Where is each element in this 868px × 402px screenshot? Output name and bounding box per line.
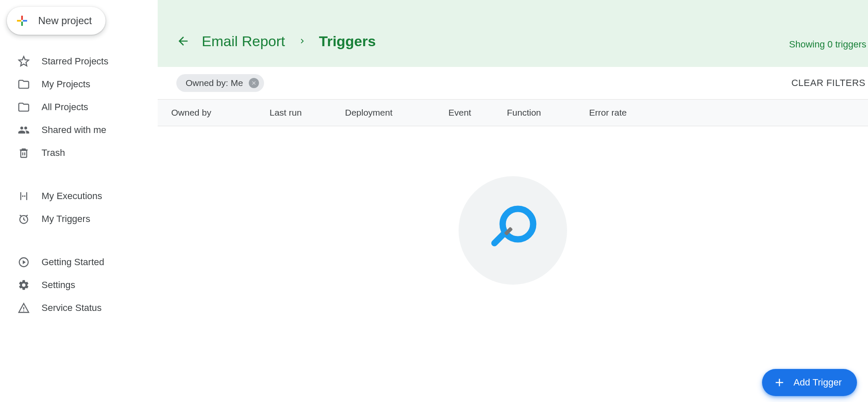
gear-icon <box>18 279 30 291</box>
sidebar-item-getting-started[interactable]: Getting Started <box>5 251 158 274</box>
sidebar-group-projects: Starred Projects My Projects All Project… <box>5 50 158 164</box>
star-icon <box>18 55 30 67</box>
column-last-run[interactable]: Last run <box>270 108 345 118</box>
folder-icon <box>18 101 30 113</box>
sidebar-item-executions[interactable]: My Executions <box>5 185 158 208</box>
sidebar-item-settings[interactable]: Settings <box>5 274 158 297</box>
sidebar-item-all-projects[interactable]: All Projects <box>5 96 158 119</box>
add-trigger-label: Add Trigger <box>793 377 842 388</box>
sidebar-item-label: Getting Started <box>42 257 104 268</box>
sidebar-item-label: All Projects <box>42 102 88 113</box>
sidebar-item-shared[interactable]: Shared with me <box>5 119 158 141</box>
google-plus-icon <box>14 13 30 28</box>
sidebar-item-label: Starred Projects <box>42 56 108 67</box>
svg-point-0 <box>22 195 24 197</box>
sidebar-item-service-status[interactable]: Service Status <box>5 297 158 319</box>
magnifier-icon <box>481 199 545 262</box>
alarm-icon <box>18 213 30 225</box>
sidebar-group-system: Getting Started Settings Service Status <box>5 251 158 319</box>
column-owned-by[interactable]: Owned by <box>171 108 270 118</box>
plus-icon <box>773 376 786 389</box>
people-icon <box>18 124 30 136</box>
empty-state-graphic <box>459 176 567 285</box>
breadcrumb: Email Report Triggers <box>175 23 376 59</box>
empty-state <box>158 126 868 285</box>
filter-bar: Owned by: Me CLEAR FILTERS <box>158 67 868 99</box>
warning-icon <box>18 302 30 314</box>
main-content: Email Report Triggers Showing 0 triggers… <box>158 0 868 402</box>
column-event[interactable]: Event <box>448 108 507 118</box>
sidebar-item-label: Shared with me <box>42 125 106 136</box>
sidebar: New project Starred Projects My Projects… <box>0 0 158 402</box>
new-project-label: New project <box>38 15 92 27</box>
back-arrow-icon[interactable] <box>175 33 191 49</box>
svg-point-3 <box>23 311 24 311</box>
chevron-right-icon <box>297 36 307 46</box>
sidebar-item-my-projects[interactable]: My Projects <box>5 73 158 96</box>
remove-chip-icon[interactable] <box>249 78 259 88</box>
sidebar-item-triggers[interactable]: My Triggers <box>5 208 158 230</box>
filter-chip-label: Owned by: Me <box>186 78 243 88</box>
filter-chip-owned-by[interactable]: Owned by: Me <box>176 74 264 92</box>
column-deployment[interactable]: Deployment <box>345 108 448 118</box>
sidebar-item-label: Settings <box>42 280 75 291</box>
table-header: Owned by Last run Deployment Event Funct… <box>158 99 868 126</box>
column-function[interactable]: Function <box>507 108 589 118</box>
sidebar-group-activity: My Executions My Triggers <box>5 185 158 230</box>
breadcrumb-current: Triggers <box>319 33 376 50</box>
trash-icon <box>18 147 30 159</box>
sidebar-item-trash[interactable]: Trash <box>5 141 158 164</box>
new-project-button[interactable]: New project <box>7 7 106 35</box>
page-header: Email Report Triggers Showing 0 triggers <box>158 0 868 67</box>
folder-icon <box>18 78 30 90</box>
trigger-count-status: Showing 0 triggers <box>789 39 866 50</box>
column-error-rate[interactable]: Error rate <box>589 108 868 118</box>
play-circle-icon <box>18 256 30 268</box>
clear-filters-button[interactable]: CLEAR FILTERS <box>791 78 865 89</box>
sidebar-item-label: My Projects <box>42 79 90 90</box>
sidebar-item-label: My Triggers <box>42 213 90 225</box>
add-trigger-button[interactable]: Add Trigger <box>762 369 857 396</box>
sidebar-item-starred[interactable]: Starred Projects <box>5 50 158 73</box>
sidebar-item-label: My Executions <box>42 191 102 202</box>
sidebar-item-label: Trash <box>42 147 65 158</box>
breadcrumb-project[interactable]: Email Report <box>202 33 285 50</box>
sidebar-item-label: Service Status <box>42 302 102 313</box>
executions-icon <box>18 190 30 202</box>
svg-point-1 <box>24 195 26 197</box>
